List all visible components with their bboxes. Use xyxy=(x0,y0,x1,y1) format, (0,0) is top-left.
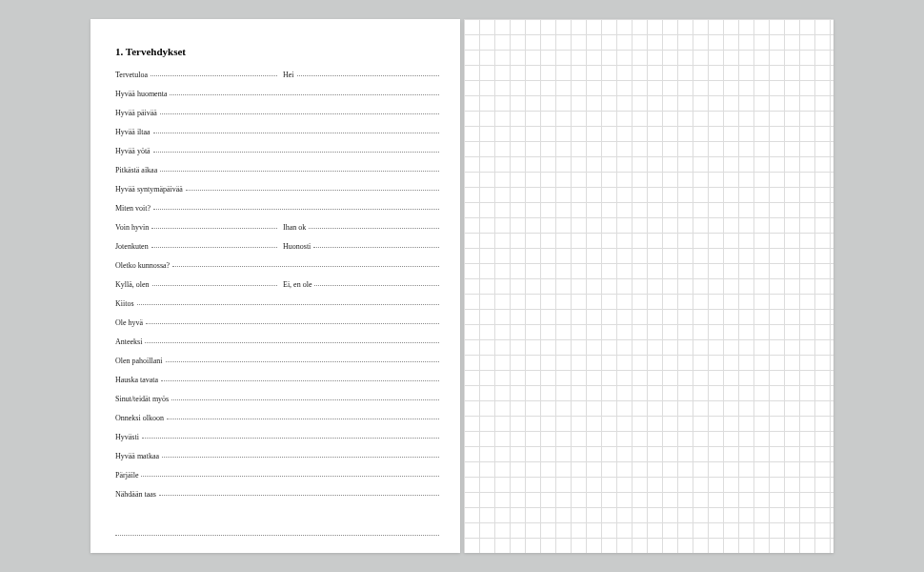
vocab-row: Hyvää päivää xyxy=(115,109,439,128)
vocab-word: Huonosti xyxy=(277,242,313,251)
vocab-word: Hyvää päivää xyxy=(115,109,160,117)
vocab-half-left: Jotenkuten xyxy=(115,242,277,251)
vocab-half-right: Ei, en ole xyxy=(277,280,439,289)
fill-line xyxy=(313,247,439,248)
vocabulary-list: TervetuloaHeiHyvää huomentaHyvää päivääH… xyxy=(115,71,439,509)
fill-line xyxy=(151,247,277,248)
vocab-row: Onneksi olkoon xyxy=(115,414,439,433)
vocab-row: TervetuloaHei xyxy=(115,71,439,90)
vocab-word: Ole hyvä xyxy=(115,318,146,327)
section-heading: 1. Tervehdykset xyxy=(115,46,439,57)
vocab-word: Hei xyxy=(277,71,297,79)
left-page: 1. Tervehdykset TervetuloaHeiHyvää huome… xyxy=(90,19,460,553)
vocab-word: Kiitos xyxy=(115,299,137,308)
vocab-word: Hyvää huomenta xyxy=(115,90,170,98)
vocab-word: Hyvää yötä xyxy=(115,147,153,155)
vocab-row: Anteeksi xyxy=(115,337,439,357)
vocab-word: Nähdään taas xyxy=(115,490,159,499)
fill-line xyxy=(159,495,439,496)
vocab-half-left: Tervetuloa xyxy=(115,71,277,79)
fill-line xyxy=(162,457,439,458)
fill-line xyxy=(153,133,439,133)
fill-line xyxy=(186,190,439,191)
vocab-word: Pitkästä aikaa xyxy=(115,166,160,174)
right-page-grid xyxy=(464,19,834,553)
vocab-half-right: Huonosti xyxy=(277,242,439,251)
vocab-word: Ihan ok xyxy=(277,223,309,232)
fill-line xyxy=(151,75,277,76)
vocab-word: Voin hyvin xyxy=(115,223,151,232)
vocab-row: Hyvää syntymäpäivää xyxy=(115,185,439,204)
vocab-word: Miten voit? xyxy=(115,204,153,213)
vocab-word: Ei, en ole xyxy=(277,280,314,289)
fill-line xyxy=(161,380,439,381)
vocab-row: Hyvää huomenta xyxy=(115,90,439,109)
vocab-row: Hyvästi xyxy=(115,433,439,452)
vocab-word: Tervetuloa xyxy=(115,71,151,79)
vocab-word: Hyvästi xyxy=(115,433,142,441)
fill-line xyxy=(153,152,439,153)
vocab-row: Ole hyvä xyxy=(115,318,439,337)
vocab-word: Hyvää iltaa xyxy=(115,128,153,136)
fill-line xyxy=(146,323,439,324)
vocab-word: Kyllä, olen xyxy=(115,280,152,289)
fill-line xyxy=(137,304,439,305)
page-spread: 1. Tervehdykset TervetuloaHeiHyvää huome… xyxy=(90,19,834,553)
vocab-row: Hyvää yötä xyxy=(115,147,439,166)
fill-line xyxy=(166,361,439,362)
fill-line xyxy=(172,266,439,267)
fill-line xyxy=(170,94,439,95)
vocab-half-left: Voin hyvin xyxy=(115,223,277,232)
vocab-row: Sinut/teidät myös xyxy=(115,395,439,414)
vocab-row: Nähdään taas xyxy=(115,490,439,509)
fill-line xyxy=(309,228,439,229)
fill-line xyxy=(145,342,439,343)
fill-line xyxy=(160,171,439,172)
vocab-word: Hyvää matkaa xyxy=(115,452,162,460)
blank-line xyxy=(115,517,439,536)
vocab-word: Pärjäile xyxy=(115,471,141,480)
fill-line xyxy=(152,285,277,286)
vocab-row: Hyvää matkaa xyxy=(115,452,439,471)
vocab-word: Anteeksi xyxy=(115,337,145,346)
vocab-row: Kyllä, olenEi, en ole xyxy=(115,280,439,299)
vocab-row: Hauska tavata xyxy=(115,376,439,395)
vocab-row: JotenkutenHuonosti xyxy=(115,242,439,261)
vocab-row: Voin hyvinIhan ok xyxy=(115,223,439,242)
vocab-half-right: Hei xyxy=(277,71,439,79)
fill-line xyxy=(141,476,439,477)
fill-line xyxy=(314,285,439,286)
vocab-word: Hyvää syntymäpäivää xyxy=(115,185,186,194)
vocab-word: Jotenkuten xyxy=(115,242,151,251)
vocab-row: Hyvää iltaa xyxy=(115,128,439,147)
fill-line xyxy=(160,113,439,114)
vocab-word: Olen pahoillani xyxy=(115,357,166,365)
vocab-word: Oletko kunnossa? xyxy=(115,261,172,270)
vocab-row: Oletko kunnossa? xyxy=(115,261,439,280)
vocab-word: Sinut/teidät myös xyxy=(115,395,171,403)
vocab-half-left: Kyllä, olen xyxy=(115,280,277,289)
vocab-row: Miten voit? xyxy=(115,204,439,223)
fill-line xyxy=(153,209,439,210)
fill-line xyxy=(297,75,439,76)
vocab-row: Pärjäile xyxy=(115,471,439,490)
vocab-half-right: Ihan ok xyxy=(277,223,439,232)
vocab-word: Hauska tavata xyxy=(115,376,161,384)
fill-line xyxy=(151,228,277,229)
fill-line xyxy=(142,438,439,439)
vocab-row: Pitkästä aikaa xyxy=(115,166,439,185)
fill-line xyxy=(171,399,439,400)
fill-line xyxy=(167,419,439,419)
vocab-word: Onneksi olkoon xyxy=(115,414,167,422)
vocab-row: Olen pahoillani xyxy=(115,357,439,376)
vocab-row: Kiitos xyxy=(115,299,439,318)
